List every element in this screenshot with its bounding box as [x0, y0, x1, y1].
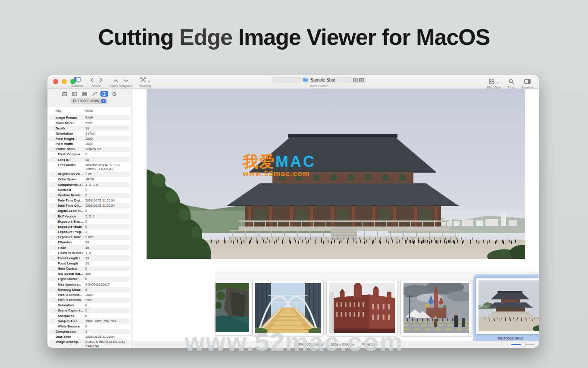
metadata-row[interactable]: Image Format RAW: [49, 115, 130, 120]
metadata-row[interactable]: Metering Mode 5: [49, 287, 130, 292]
metadata-row[interactable]: Flash 16: [49, 245, 130, 250]
metadata-row[interactable]: Lens Model Minolta/Sony AF DT 18-70mm F …: [49, 162, 130, 172]
find-button[interactable]: Find: [508, 79, 515, 89]
metadata-value: 0: [83, 324, 128, 328]
metadata-value: 4.340000152617: [83, 283, 128, 286]
preview-panel-icon: [524, 78, 531, 86]
metadata-row[interactable]: Date Time Digi... 2008:06:21 11:26:54: [49, 198, 130, 203]
thumbnail-4[interactable]: [401, 280, 472, 336]
metadata-row[interactable]: Sharpness 0: [49, 313, 130, 318]
metadata-key: Exposure Bias...: [49, 220, 83, 223]
chevron-right-icon[interactable]: [99, 76, 103, 84]
tab-info-icon[interactable]: [100, 91, 108, 97]
metadata-row[interactable]: Pixel Y Dimens... 2000: [49, 298, 130, 303]
metadata-row[interactable]: Compression 1: [49, 329, 130, 334]
window-toolbar: Sidebar Move Open Neighbor Scaling: [47, 75, 539, 89]
chevron-left-icon[interactable]: [90, 76, 94, 84]
key-column-header: Key: [47, 109, 82, 113]
metadata-row[interactable]: Custom Rende... 0: [49, 193, 130, 198]
metadata-key: Lens ID: [49, 158, 83, 162]
zoom-button[interactable]: [70, 79, 75, 84]
metadata-key: Max Aperture...: [49, 283, 83, 286]
metadata-row[interactable]: Profile Name Display P3: [49, 147, 130, 152]
traffic-lights: [53, 79, 75, 84]
metadata-row[interactable]: Focal Length 26: [49, 261, 130, 266]
metadata-row[interactable]: Scene Capture... 0: [49, 308, 130, 313]
metadata-row[interactable]: Gain Control 0: [49, 266, 130, 271]
metadata-row[interactable]: Brightness Val... 9.25: [49, 172, 130, 177]
metadata-row[interactable]: Exposure Prog... 2: [49, 230, 130, 235]
metadata-value: 0: [83, 152, 128, 156]
metadata-key: Color Space: [49, 177, 83, 181]
metadata-row[interactable]: Date Time 2008:06:21 11:26:54: [49, 334, 130, 340]
metadata-key: Exposure Mode: [49, 225, 83, 229]
tab-folder-icon[interactable]: [61, 91, 69, 97]
metadata-row[interactable]: Pixel Width 3008: [49, 142, 130, 147]
zoom-slider-knob[interactable]: [521, 343, 525, 346]
metadata-row[interactable]: Exposure Mode 0: [49, 224, 130, 230]
metadata-row[interactable]: Color Model RGB: [49, 120, 130, 126]
metadata-row[interactable]: FNumber 10: [49, 240, 130, 245]
metadata-row[interactable]: Exposure Bias... 0: [49, 219, 130, 224]
metadata-key: ISO Speed Rat...: [49, 272, 83, 276]
thumbnail-5[interactable]: [476, 278, 539, 334]
metadata-value: 0: [83, 314, 128, 318]
metadata-row[interactable]: Pixel Height 2000: [49, 136, 130, 142]
tab-image-icon[interactable]: [71, 91, 78, 97]
metadata-value: RGB: [83, 121, 128, 125]
metadata-row[interactable]: Contrast 0: [49, 187, 130, 192]
chevron-down-icon[interactable]: [124, 76, 128, 84]
metadata-row[interactable]: Light Source 0: [49, 277, 130, 282]
metadata-value: 100: [83, 272, 128, 276]
zoom-slider[interactable]: [511, 344, 535, 345]
minimize-button[interactable]: [62, 79, 67, 84]
metadata-value: 0: [83, 188, 128, 192]
metadata-value: sRGB: [83, 177, 128, 181]
close-button[interactable]: [53, 79, 58, 84]
tab-adjust-icon[interactable]: [91, 91, 98, 97]
metadata-row[interactable]: ISO Speed Rat... 100: [49, 271, 130, 277]
preview-button[interactable]: Preview: [522, 79, 534, 89]
chevron-up-icon[interactable]: [113, 76, 118, 84]
metadata-row[interactable]: Saturation 0: [49, 303, 130, 308]
move-buttons[interactable]: Move: [90, 77, 103, 88]
metadata-row[interactable]: Lens ID 40: [49, 157, 130, 162]
metadata-row[interactable]: Focal Length I... 39: [49, 255, 130, 261]
current-file-pill[interactable]: PICT0002.MRW i: [71, 98, 108, 104]
thumbnail-3-image: [329, 283, 395, 333]
metadata-value: 2, 2, 1: [83, 214, 128, 218]
metadata-row[interactable]: Subject Area 1504, 1000, 256, 304: [49, 318, 130, 324]
metadata-key: Digital Zoom R...: [49, 209, 83, 213]
metadata-value: KONICA MINOLTA DIGITAL CAMERA: [83, 340, 128, 348]
tab-list-icon[interactable]: [81, 91, 88, 97]
addressbar-badge-2: 18: [359, 78, 364, 82]
scaling-button[interactable]: Scaling: [140, 77, 151, 88]
metadata-row[interactable]: Image Descrip... KONICA MINOLTA DIGITAL …: [49, 340, 130, 348]
metadata-value: 1: [83, 330, 128, 333]
metadata-row[interactable]: Flash Compen... 0: [49, 152, 130, 157]
metadata-row[interactable]: Date Time Ori... 2008:06:21 11:26:54: [49, 203, 130, 208]
metadata-row[interactable]: Color Space sRGB: [49, 177, 130, 182]
main-photo[interactable]: 我爱MAC www.52mac.com: [147, 89, 525, 259]
open-neighbor-buttons[interactable]: Open Neighbor: [109, 77, 133, 88]
addressbar-field[interactable]: Sample Shot 13 18: [272, 77, 366, 83]
metadata-row[interactable]: Components C... 1, 2, 3, 0: [49, 182, 130, 187]
metadata-row[interactable]: White Balance 0: [49, 324, 130, 329]
thumbnail-5-image: [479, 280, 539, 331]
metadata-row[interactable]: Max Aperture... 4.340000152617: [49, 282, 130, 287]
metadata-key: Brightness Val...: [49, 172, 83, 176]
metadata-row[interactable]: Exposure Time 0.005: [49, 235, 130, 240]
metadata-key: Compression: [49, 330, 83, 333]
metadata-row[interactable]: Exif Version 2, 2, 1: [49, 214, 130, 219]
metadata-row[interactable]: FlashPix Version 1, 0: [49, 250, 130, 255]
page-title: Cutting Edge Image Viewer for MacOS: [0, 24, 588, 50]
metadata-row[interactable]: Digital Zoom R... 0: [49, 208, 130, 214]
metadata-row[interactable]: Pixel X Dimen... 3008: [49, 293, 130, 298]
tab-history-icon[interactable]: [110, 91, 118, 97]
metadata-row[interactable]: Depth 16: [49, 126, 130, 131]
file-view-button[interactable]: File View: [487, 79, 501, 89]
watermark-cjk: 我爱: [243, 153, 275, 170]
addressbar[interactable]: Sample Shot 13 18 Addressbar: [272, 77, 366, 88]
metadata-value: 0: [83, 209, 128, 213]
metadata-row[interactable]: Orientation 1 (Top): [49, 131, 130, 136]
